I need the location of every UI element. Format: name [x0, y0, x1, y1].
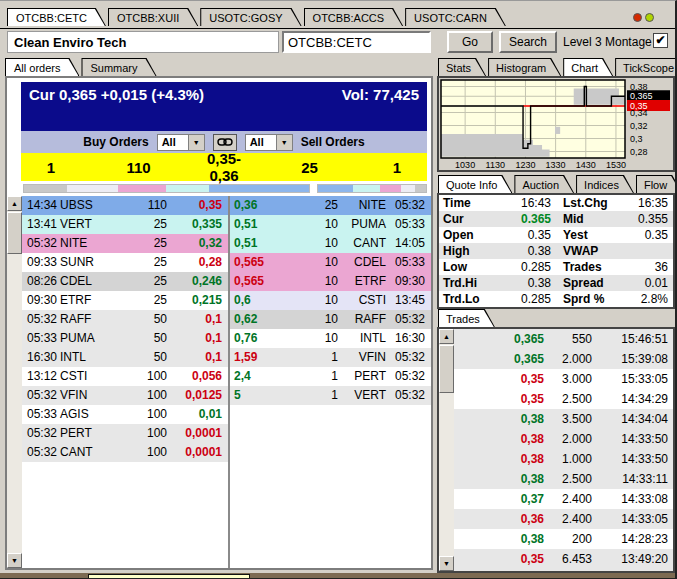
trade-row[interactable]: 0,3652.00015:39:08: [454, 349, 673, 369]
bid-row[interactable]: 09:30ETRF250,215: [22, 291, 228, 310]
ask-time: 05:32: [386, 196, 431, 215]
trade-row[interactable]: 0,3820014:28:23: [454, 529, 673, 549]
ask-row[interactable]: 1,591VFIN05:32: [230, 348, 431, 367]
bid-row[interactable]: 05:32RAFF500,1: [22, 310, 228, 329]
bid-price: 0,1: [167, 310, 228, 329]
symbol-tab-otcbb-xuii[interactable]: OTCBB:XUII: [108, 8, 198, 26]
trade-row[interactable]: 0,352.50014:34:29: [454, 389, 673, 409]
bid-row[interactable]: 09:33SUNR250,28: [22, 253, 228, 272]
bid-row[interactable]: 13:12CSTI1000,056: [22, 367, 228, 386]
ask-price: 0,76: [230, 329, 288, 348]
go-button[interactable]: Go: [447, 31, 493, 53]
scroll-up-icon[interactable]: ▲: [439, 329, 454, 344]
montage-tab-label: Summary: [82, 59, 155, 76]
chevron-down-icon[interactable]: ▼: [276, 135, 292, 150]
ask-row[interactable]: 0,5110PUMA05:33: [230, 215, 431, 234]
symbol-tab-otcbb-accs[interactable]: OTCBB:ACCS: [304, 8, 404, 26]
bid-row[interactable]: 05:33AGIS1000,01: [22, 405, 228, 424]
bid-row[interactable]: 16:30INTL500,1: [22, 348, 228, 367]
quote-tab-label: Auction: [515, 176, 573, 193]
scrollbar-thumb[interactable]: [7, 212, 22, 254]
trades-scrollbar[interactable]: ▲ ▼: [439, 329, 454, 571]
level3-montage-checkbox[interactable]: ✔: [653, 33, 668, 48]
y-axis-tick-label: 0,28: [630, 147, 648, 157]
quote-label: Trd.Lo: [439, 291, 491, 307]
ask-row[interactable]: 2,41PERT05:32: [230, 367, 431, 386]
ask-size: 1: [288, 367, 338, 386]
scroll-down-icon[interactable]: ▼: [7, 553, 22, 568]
bid-row[interactable]: 05:32PERT1000,0001: [22, 424, 228, 443]
ask-row[interactable]: 0,7610INTL16:30: [230, 329, 431, 348]
green-dot-icon[interactable]: [645, 13, 654, 22]
trade-row[interactable]: 0,382.50014:33:11: [454, 469, 673, 489]
bid-size: 50: [112, 310, 167, 329]
ask-row[interactable]: 51VERT05:32: [230, 386, 431, 405]
montage-tab-all-orders[interactable]: All orders: [5, 58, 79, 76]
ask-row[interactable]: 0,5110CANT14:05: [230, 234, 431, 253]
quote-value: 0.35: [491, 227, 551, 243]
quote-tab-auction[interactable]: Auction: [514, 175, 574, 193]
ask-row[interactable]: 0,56510CDEL05:33: [230, 253, 431, 272]
trade-row[interactable]: 0,36555015:46:51: [454, 329, 673, 349]
bid-row[interactable]: 14:34UBSS1100,35: [22, 196, 228, 215]
ask-size: 1: [288, 386, 338, 405]
bid-mm: CSTI: [60, 367, 112, 386]
bid-price: 0,28: [167, 253, 228, 272]
ask-size: 1: [288, 348, 338, 367]
trades-tab-trades[interactable]: Trades: [438, 309, 495, 327]
link-books-button[interactable]: [213, 134, 237, 151]
ask-size: 10: [288, 329, 338, 348]
buy-filter-select[interactable]: All ▼: [157, 134, 205, 151]
quote-tab-quote-info[interactable]: Quote Info: [438, 175, 512, 193]
chart-tab-tickscope[interactable]: TickScope: [615, 58, 677, 76]
x-axis-tick-label: 1130: [486, 160, 505, 169]
sell-filter-select[interactable]: All ▼: [245, 134, 293, 151]
scroll-down-icon[interactable]: ▼: [439, 556, 454, 571]
trade-row[interactable]: 0,382.00014:33:50: [454, 429, 673, 449]
ask-row[interactable]: 0,610CSTI13:45: [230, 291, 431, 310]
red-dot-icon[interactable]: [633, 13, 642, 22]
chart-tab-stats[interactable]: Stats: [438, 58, 486, 76]
bid-row[interactable]: 05:32VFIN1000,0125: [22, 386, 228, 405]
symbol-tab-usotc-carn[interactable]: USOTC:CARN: [405, 8, 506, 26]
ask-row[interactable]: 0,3625NITE05:32: [230, 196, 431, 215]
bid-row[interactable]: 05:32NITE250,32: [22, 234, 228, 253]
bid-row[interactable]: 13:41VERT250,335: [22, 215, 228, 234]
trade-row[interactable]: 0,383.50014:34:04: [454, 409, 673, 429]
ask-row[interactable]: 0,56510ETRF09:30: [230, 272, 431, 291]
symbol-tab-otcbb-cetc[interactable]: OTCBB:CETC: [7, 8, 106, 26]
intraday-price-chart: 0,380,3650,350,340,320,30,28103011301230…: [439, 78, 672, 169]
background-window-tab: [88, 574, 250, 579]
bid-row[interactable]: 05:33PUMA500,1: [22, 329, 228, 348]
bid-price: 0,056: [167, 367, 228, 386]
quote-row: Time16:43Lst.Chg16:35: [439, 195, 673, 211]
chart-tab-chart[interactable]: Chart: [563, 58, 613, 76]
bid-size: 25: [112, 291, 167, 310]
symbol-tab-usotc-gosy[interactable]: USOTC:GOSY: [200, 8, 301, 26]
quote-tab-indices[interactable]: Indices: [576, 175, 634, 193]
bid-row[interactable]: 05:32CANT1000,0001: [22, 443, 228, 462]
scroll-up-icon[interactable]: ▲: [7, 196, 22, 211]
symbol-input[interactable]: [282, 31, 431, 53]
bid-time: 05:32: [22, 386, 60, 405]
ask-price: 1,59: [230, 348, 288, 367]
search-button[interactable]: Search: [499, 31, 557, 53]
quote-tab-flow[interactable]: Flow: [636, 175, 677, 193]
trade-price: 0,35: [454, 389, 544, 409]
chart-tab-histogram[interactable]: Histogram: [488, 58, 561, 76]
book-scrollbar[interactable]: ▲ ▼: [7, 196, 22, 568]
trade-row[interactable]: 0,356.45313:49:20: [454, 549, 673, 569]
trade-row[interactable]: 0,381.00014:33:50: [454, 449, 673, 469]
trade-row[interactable]: 0,353.00015:33:05: [454, 369, 673, 389]
trade-row[interactable]: 0,372.40014:33:08: [454, 489, 673, 509]
y-axis-tick-label: 0,365: [630, 91, 653, 101]
scrollbar-thumb[interactable]: [439, 345, 454, 393]
ask-row[interactable]: 0,6210RAFF05:32: [230, 310, 431, 329]
chevron-down-icon[interactable]: ▼: [188, 135, 204, 150]
bid-mm: INTL: [60, 348, 112, 367]
bid-time: 13:41: [22, 215, 60, 234]
trade-size: 200: [544, 529, 592, 549]
bid-row[interactable]: 08:26CDEL250,246: [22, 272, 228, 291]
montage-tab-summary[interactable]: Summary: [81, 58, 156, 76]
trade-row[interactable]: 0,362.40014:33:05: [454, 509, 673, 529]
